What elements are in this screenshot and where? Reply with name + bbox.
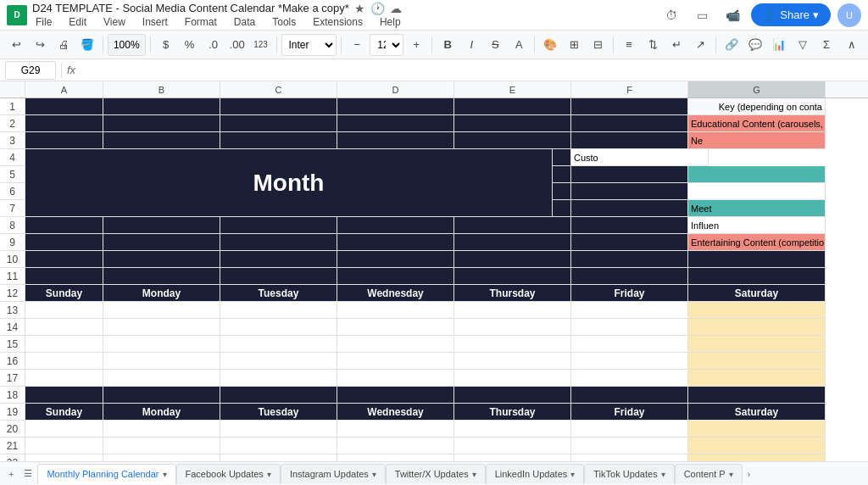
cell-g20[interactable]	[688, 421, 826, 438]
cell-g15[interactable]	[688, 336, 826, 353]
sheet-menu-btn[interactable]: ☰	[19, 462, 37, 486]
tab-content-p[interactable]: Content P ▾	[675, 464, 743, 484]
cell-a2[interactable]	[25, 115, 103, 132]
cell-a20[interactable]	[25, 421, 103, 438]
cell-e20[interactable]	[454, 421, 571, 438]
fill-color-btn[interactable]: 🎨	[539, 34, 561, 56]
tab-dropdown-twitter[interactable]: ▾	[472, 470, 476, 479]
cell-f7[interactable]	[571, 200, 688, 217]
zoom-level[interactable]: 100%	[108, 34, 146, 56]
cell-b9[interactable]	[103, 234, 220, 251]
menu-help[interactable]: Help	[376, 15, 404, 29]
scroll-tabs-right[interactable]: ›	[743, 462, 756, 486]
cell-f11[interactable]	[571, 268, 688, 285]
cell-e17[interactable]	[454, 370, 571, 387]
formula-input[interactable]	[81, 61, 863, 80]
cell-g5[interactable]	[688, 166, 826, 183]
cell-friday-2[interactable]: Friday	[571, 404, 688, 421]
cell-b14[interactable]	[103, 319, 220, 336]
cell-g8[interactable]: Influen	[688, 217, 826, 234]
cell-c15[interactable]	[220, 336, 337, 353]
cell-g16[interactable]	[688, 353, 826, 370]
cell-g2[interactable]: Educational Content (carousels, inf	[688, 115, 826, 132]
redo-btn[interactable]: ↪	[29, 34, 51, 56]
cell-c21[interactable]	[220, 438, 337, 454]
cell-d1[interactable]	[337, 98, 454, 115]
currency-btn[interactable]: $	[155, 34, 177, 56]
cell-d21[interactable]	[337, 438, 454, 454]
menu-format[interactable]: Format	[181, 15, 220, 29]
share-button[interactable]: 👤 Share ▾	[751, 3, 831, 26]
print-btn[interactable]: 🖨	[53, 34, 75, 56]
font-select[interactable]: Inter	[281, 34, 337, 56]
cell-g11[interactable]	[688, 268, 826, 285]
cell-a17[interactable]	[25, 370, 103, 387]
cell-thursday-2[interactable]: Thursday	[454, 404, 571, 421]
cell-b2[interactable]	[103, 115, 220, 132]
cell-g13[interactable]	[688, 302, 826, 319]
col-header-b[interactable]: B	[103, 81, 220, 98]
cell-a3[interactable]	[25, 132, 103, 149]
cell-d22[interactable]	[337, 454, 454, 461]
cell-e18[interactable]	[454, 387, 571, 404]
cell-d16[interactable]	[337, 353, 454, 370]
cell-b1[interactable]	[103, 98, 220, 115]
col-header-c[interactable]: C	[220, 81, 337, 98]
cell-c9[interactable]	[220, 234, 337, 251]
cell-b18[interactable]	[103, 387, 220, 404]
cell-g3[interactable]: Ne	[688, 132, 826, 149]
cell-b10[interactable]	[103, 251, 220, 268]
undo-btn[interactable]: ↩	[5, 34, 27, 56]
filter-btn[interactable]: ▽	[792, 34, 814, 56]
cell-a15[interactable]	[25, 336, 103, 353]
tab-dropdown-monthly[interactable]: ▾	[163, 470, 167, 479]
cell-e14[interactable]	[454, 319, 571, 336]
cell-e10[interactable]	[454, 251, 571, 268]
cell-d17[interactable]	[337, 370, 454, 387]
tab-dropdown-linkedin[interactable]: ▾	[570, 470, 575, 479]
cell-b3[interactable]	[103, 132, 220, 149]
cell-wednesday-1[interactable]: Wednesday	[337, 285, 454, 302]
tab-facebook-updates[interactable]: Facebook Updates ▾	[176, 464, 281, 484]
cell-b8[interactable]	[103, 217, 220, 234]
decimal-dec-btn[interactable]: .0	[203, 34, 225, 56]
cell-reference-input[interactable]	[5, 61, 56, 80]
cell-f13[interactable]	[571, 302, 688, 319]
cell-d10[interactable]	[337, 251, 454, 268]
tab-twitter-updates[interactable]: Twitter/X Updates ▾	[386, 464, 486, 484]
italic-btn[interactable]: I	[460, 34, 482, 56]
cell-b16[interactable]	[103, 353, 220, 370]
cell-monday-1[interactable]: Monday	[103, 285, 220, 302]
link-btn[interactable]: 🔗	[721, 34, 743, 56]
col-header-f[interactable]: F	[571, 81, 688, 98]
menu-file[interactable]: File	[32, 15, 55, 29]
tab-dropdown-content[interactable]: ▾	[729, 470, 733, 479]
cell-a1[interactable]	[25, 98, 103, 115]
cell-e9[interactable]	[454, 234, 571, 251]
col-header-g[interactable]: G	[688, 81, 826, 98]
cell-c13[interactable]	[220, 302, 337, 319]
col-header-a[interactable]: A	[25, 81, 103, 98]
cell-d8[interactable]	[337, 217, 454, 234]
cell-e3[interactable]	[454, 132, 571, 149]
cell-g7[interactable]: Meet	[688, 200, 826, 217]
cell-d13[interactable]	[337, 302, 454, 319]
comment-btn[interactable]: 💬	[744, 34, 766, 56]
cell-c2[interactable]	[220, 115, 337, 132]
cell-e11[interactable]	[454, 268, 571, 285]
cell-f20[interactable]	[571, 421, 688, 438]
cell-friday-1[interactable]: Friday	[571, 285, 688, 302]
align-btn[interactable]: ≡	[618, 34, 640, 56]
cell-g10[interactable]	[688, 251, 826, 268]
history-btn[interactable]: ⏱	[659, 3, 683, 27]
cell-f16[interactable]	[571, 353, 688, 370]
col-header-d[interactable]: D	[337, 81, 454, 98]
cell-e13[interactable]	[454, 302, 571, 319]
cell-g22[interactable]	[688, 454, 826, 461]
cell-e16[interactable]	[454, 353, 571, 370]
add-sheet-btn[interactable]: +	[3, 462, 19, 486]
cell-saturday-2[interactable]: Saturday	[688, 404, 826, 421]
cell-thursday-1[interactable]: Thursday	[454, 285, 571, 302]
borders-btn[interactable]: ⊞	[563, 34, 585, 56]
tab-linkedin-updates[interactable]: LinkedIn Updates ▾	[486, 464, 585, 484]
